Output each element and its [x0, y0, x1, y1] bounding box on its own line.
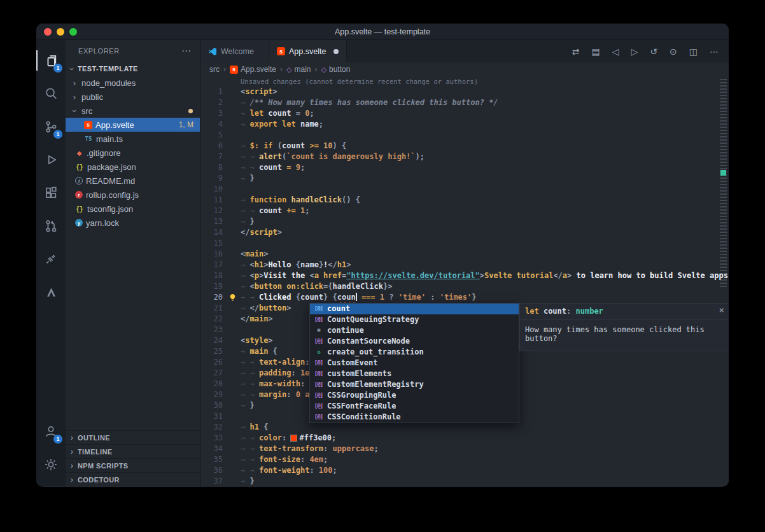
code-editor[interactable]: Unsaved changes (cannot determine recent… — [200, 76, 729, 486]
tree-file-app-svelte[interactable]: sApp.svelte1, M — [66, 118, 200, 132]
code-line-20[interactable]: 20→ → Clicked {count} {coun === 1 ? 'tim… — [200, 292, 729, 303]
tab-welcome[interactable]: Welcome — [200, 40, 269, 62]
suggest-item-constantsourcenode[interactable]: [@]ConstantSourceNode — [310, 336, 519, 347]
activity-item-azure[interactable] — [36, 277, 66, 307]
suggest-item-countqueuingstrategy[interactable]: [@]CountQueuingStrategy — [310, 314, 519, 325]
symbol-class-icon: [@] — [312, 379, 325, 390]
tree-file-yarn-lock[interactable]: yyarn.lock — [66, 216, 200, 230]
code-line-8[interactable]: 8→ → count = 9; — [200, 162, 729, 173]
gitlens-compare-icon[interactable]: ⇄ — [572, 46, 580, 57]
tree-file-main-ts[interactable]: TSmain.ts — [66, 132, 200, 146]
open-changes-icon[interactable]: ↺ — [650, 46, 657, 57]
code-line-14[interactable]: 14</script> — [200, 227, 729, 238]
suggest-item-customelements[interactable]: [@]customElements — [310, 368, 519, 379]
activity-item-accounts[interactable]: 1 — [36, 416, 66, 447]
file-history-icon[interactable]: ⊙ — [670, 46, 677, 57]
color-swatch[interactable] — [291, 435, 297, 441]
panel-outline[interactable]: ›OUTLINE — [66, 430, 200, 444]
tree-file--gitignore[interactable]: ◆.gitignore — [66, 146, 200, 160]
code-line-9[interactable]: 9→ } — [200, 173, 729, 184]
section-test-template[interactable]: › TEST-TEMPLATE — [66, 62, 200, 76]
activity-item-remote-explorer[interactable] — [36, 244, 66, 274]
code-line-33[interactable]: 33→ → color: #ff3e00; — [200, 433, 729, 444]
toggle-file-annotations-icon[interactable]: ▤ — [592, 46, 600, 57]
suggest-item-customevent[interactable]: [@]CustomEvent — [310, 358, 519, 368]
code-line-32[interactable]: 32→ h1 { — [200, 422, 729, 433]
next-change-icon[interactable]: ▷ — [631, 46, 638, 57]
line-content: → → count += 1; — [241, 206, 729, 216]
code-line-1[interactable]: 1<script> — [200, 87, 729, 97]
suggest-item-continue[interactable]: ≡continue — [310, 325, 519, 336]
suggest-item-cssfontfacerule[interactable]: [@]CSSFontFaceRule — [310, 401, 519, 412]
suggest-item-cssgroupingrule[interactable]: [@]CSSGroupingRule — [310, 390, 519, 401]
panel-codetour[interactable]: ›CODETOUR — [66, 472, 200, 486]
tree-folder-src[interactable]: ›src — [66, 104, 200, 118]
more-actions-icon[interactable]: ⋯ — [710, 46, 719, 57]
code-line-7[interactable]: 7→ → alert(`count is dangerously high!`)… — [200, 151, 729, 162]
activity-item-search[interactable] — [36, 78, 66, 109]
close-window-button[interactable] — [44, 28, 52, 36]
maximize-window-button[interactable] — [69, 28, 77, 36]
breadcrumb-item-main[interactable]: ◇main — [286, 65, 311, 74]
activity-item-github-pull-requests[interactable] — [36, 211, 66, 241]
tree-folder-node-modules[interactable]: ›node_modules — [66, 76, 200, 90]
activity-item-settings[interactable] — [36, 449, 66, 480]
code-line-10[interactable]: 10 — [200, 184, 729, 195]
code-line-16[interactable]: 16<main> — [200, 249, 729, 260]
activity-item-explorer[interactable]: 1 — [36, 45, 66, 76]
suggest-item-cssconditionrule[interactable]: [@]CSSConditionRule — [310, 412, 519, 423]
code-line-5[interactable]: 5 — [200, 130, 729, 141]
minimap[interactable] — [718, 76, 729, 486]
code-line-11[interactable]: 11→ function handleClick() { — [200, 195, 729, 206]
breadcrumb-item-button[interactable]: ◇button — [321, 65, 351, 74]
suggest-item-customelementregistry[interactable]: [@]CustomElementRegistry — [310, 379, 519, 390]
code-line-12[interactable]: 12→ → count += 1; — [200, 206, 729, 216]
code-line-35[interactable]: 35→ → font-size: 4em; — [200, 454, 729, 465]
line-content: → → text-transform: uppercase; — [241, 444, 729, 454]
close-icon[interactable]: × — [719, 305, 724, 315]
breadcrumb-item-app-svelte[interactable]: sApp.svelte — [230, 65, 276, 74]
code-line-36[interactable]: 36→ → font-weight: 100; — [200, 465, 729, 476]
tree-folder-public[interactable]: ›public — [66, 90, 200, 104]
tree-file-package-json[interactable]: {}package.json — [66, 160, 200, 174]
window-title: App.svelte — test-template — [335, 27, 430, 36]
breadcrumb-label: button — [329, 65, 350, 74]
tree-file-tsconfig-json[interactable]: {}tsconfig.json — [66, 202, 200, 216]
activity-item-source-control[interactable]: 1 — [36, 111, 66, 142]
code-line-2[interactable]: 2→ /** How many times has someone clicke… — [200, 97, 729, 108]
tab-app-svelte[interactable]: sApp.svelte — [269, 40, 347, 62]
code-line-19[interactable]: 19→ <button on:click={handleClick}> — [200, 281, 729, 292]
tree-file-readme-md[interactable]: iREADME.md — [66, 174, 200, 188]
line-content: → } — [241, 216, 729, 227]
previous-change-icon[interactable]: ◁ — [612, 46, 619, 57]
code-line-6[interactable]: 6→ $: if (count >= 10) { — [200, 141, 729, 151]
json-icon: {} — [75, 205, 84, 213]
title-bar[interactable]: App.svelte — test-template — [36, 24, 729, 40]
code-line-13[interactable]: 13→ } — [200, 216, 729, 227]
unsaved-dot-icon[interactable] — [333, 49, 339, 54]
breadcrumb-item-src[interactable]: src — [209, 65, 220, 74]
activity-item-extensions[interactable] — [36, 178, 66, 208]
panel-timeline[interactable]: ›TIMELINE — [66, 444, 200, 458]
minimize-window-button[interactable] — [57, 28, 64, 36]
gitlens-codelens[interactable]: Unsaved changes (cannot determine recent… — [241, 76, 729, 87]
code-line-37[interactable]: 37→ } — [200, 476, 729, 486]
sidebar-more-actions-icon[interactable]: ⋯ — [181, 45, 191, 57]
tree-file-rollup-config-js[interactable]: rrollup.config.js — [66, 188, 200, 202]
code-line-17[interactable]: 17→ <h1>Hello {name}!</h1> — [200, 260, 729, 270]
code-line-3[interactable]: 3→ let count = 0; — [200, 108, 729, 119]
line-number: 26 — [200, 357, 223, 368]
line-content: </script> — [241, 227, 729, 238]
chevron-right-icon: › — [71, 93, 78, 101]
activity-item-run-and-debug[interactable] — [36, 144, 66, 175]
extensions-icon — [44, 186, 58, 200]
code-line-4[interactable]: 4→ export let name; — [200, 119, 729, 130]
code-line-34[interactable]: 34→ → text-transform: uppercase; — [200, 444, 729, 454]
panel-npm-scripts[interactable]: ›NPM SCRIPTS — [66, 458, 200, 472]
chevron-right-icon: › — [68, 447, 76, 456]
code-line-18[interactable]: 18→ <p>Visit the <a href="https://svelte… — [200, 270, 729, 281]
code-line-15[interactable]: 15 — [200, 238, 729, 249]
suggest-item-create_out_transition[interactable]: ◇create_out_transition — [310, 347, 519, 358]
split-editor-icon[interactable]: ◫ — [689, 46, 698, 57]
suggest-item-count[interactable]: [@]count — [310, 304, 519, 314]
